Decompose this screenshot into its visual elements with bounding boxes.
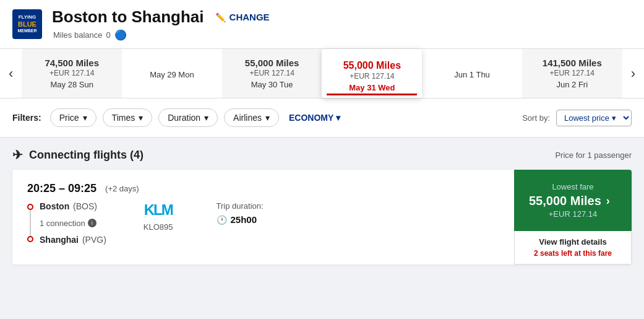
view-details-text[interactable]: View flight details [525, 237, 621, 247]
date-cell-2[interactable]: 55,000 Miles +EUR 127.14 May 30 Tue [222, 49, 322, 98]
fare-miles: 55,000 Miles › [529, 194, 617, 208]
chevron-down-icon-times: ▾ [139, 113, 143, 123]
active-underline [327, 94, 417, 95]
header: FLYING BLUE MEMBER Boston to Shanghai ✏️… [0, 0, 644, 49]
fare-top: Lowest fare 55,000 Miles › +EUR 127.14 [514, 170, 632, 231]
logo-line2: BLUE [18, 20, 36, 28]
eur-5: +EUR 127.14 [550, 69, 595, 77]
next-date-button[interactable]: › [622, 49, 644, 98]
duration-filter-button[interactable]: Duration ▾ [158, 108, 218, 127]
filters-label: Filters: [12, 113, 41, 123]
chevron-down-icon-economy: ▾ [336, 113, 340, 123]
change-button[interactable]: ✏️ CHANGE [215, 12, 270, 22]
flight-time-row: 20:25 – 09:25 (+2 days) [27, 182, 499, 195]
airlines-filter-button[interactable]: Airlines ▾ [224, 108, 279, 127]
sort-select[interactable]: Lowest price ▾ [556, 110, 632, 126]
miles-5: 141,500 Miles [543, 58, 602, 68]
origin-label: Boston (BOS) [40, 201, 106, 211]
fare-bottom: View flight details 2 seats left at this… [514, 231, 632, 264]
klm-logo: KLM [144, 201, 173, 219]
flight-times: 20:25 – 09:25 [27, 182, 97, 195]
pencil-icon: ✏️ [215, 12, 226, 22]
chevron-down-icon-duration: ▾ [204, 113, 208, 123]
date-label-1: May 29 Mon [150, 70, 194, 79]
duration-time: 🕐 25h00 [217, 214, 264, 225]
date-selector: ‹ 74,500 Miles +EUR 127.14 May 28 Sun Ma… [0, 49, 644, 98]
fare-eur: +EUR 127.14 [529, 209, 617, 219]
times-filter-button[interactable]: Times ▾ [103, 108, 153, 127]
prev-date-button[interactable]: ‹ [0, 49, 22, 98]
flight-info: 20:25 – 09:25 (+2 days) Boston (BOS) [12, 170, 514, 264]
eur-active: +EUR 127.14 [350, 72, 394, 81]
date-label-5: Jun 2 Fri [556, 80, 588, 89]
route-title: Boston to Shanghai [52, 7, 204, 27]
fare-label: Lowest fare [529, 182, 617, 191]
eur-2: +EUR 127.14 [249, 69, 294, 77]
flying-blue-logo: FLYING BLUE MEMBER [12, 9, 42, 39]
results: ✈ Connecting flights (4) Price for 1 pas… [0, 138, 644, 274]
date-cell-active[interactable]: 55,000 Miles +EUR 127.14 May 31 Wed [322, 49, 422, 98]
header-top: Boston to Shanghai ✏️ CHANGE [52, 7, 270, 27]
chevron-down-icon-airlines: ▾ [265, 113, 270, 123]
eur-0: +EUR 127.14 [49, 69, 94, 77]
date-label-0: May 28 Sun [51, 80, 93, 89]
date-cell-1[interactable]: May 29 Mon [122, 49, 222, 98]
destination-label: Shanghai (PVG) [40, 235, 106, 245]
dot-dest [27, 236, 33, 242]
date-label-active: May 31 Wed [349, 83, 395, 92]
date-cell-5[interactable]: 141,500 Miles +EUR 127.14 Jun 2 Fri [522, 49, 622, 98]
trip-duration: Trip duration: 🕐 25h00 [210, 201, 270, 225]
miles-active: 55,000 Miles [343, 60, 401, 71]
klm-icon: KLM [144, 201, 173, 219]
fare-card-right: Lowest fare 55,000 Miles › +EUR 127.14 V… [514, 170, 632, 264]
date-label-4: Jun 1 Thu [454, 70, 490, 79]
miles-icon: 🔵 [114, 29, 127, 41]
trip-duration-label: Trip duration: [217, 201, 264, 211]
plus-days: (+2 days) [105, 184, 139, 193]
plane-icon: ✈ [12, 147, 23, 162]
connection-info: 1 connection i [40, 219, 106, 228]
logo-line1: FLYING [19, 14, 36, 20]
miles-2: 55,000 Miles [245, 58, 299, 68]
price-per-passenger: Price for 1 passenger [555, 151, 632, 160]
filters-bar: Filters: Price ▾ Times ▾ Duration ▾ Airl… [0, 98, 644, 138]
price-filter-button[interactable]: Price ▾ [50, 108, 97, 127]
miles-0: 74,500 Miles [45, 58, 99, 68]
date-cell-0[interactable]: 74,500 Miles +EUR 127.14 May 28 Sun [22, 49, 122, 98]
date-cells: 74,500 Miles +EUR 127.14 May 28 Sun May … [22, 49, 622, 98]
results-header: ✈ Connecting flights (4) Price for 1 pas… [12, 147, 632, 162]
airline-section: KLM KLO895 [125, 201, 192, 232]
seats-warning: 2 seats left at this fare [525, 249, 621, 258]
chevron-down-icon: ▾ [83, 113, 87, 123]
miles-balance: Miles balance 0 🔵 [53, 29, 270, 41]
clock-icon: 🕐 [217, 215, 227, 225]
economy-class-button[interactable]: ECONOMY ▾ [289, 113, 340, 123]
route-column: Boston (BOS) 1 connection i Shanghai (PV… [27, 201, 106, 245]
logo-line3: MEMBER [17, 28, 36, 33]
airline-code: KLO895 [144, 222, 173, 232]
header-left: Boston to Shanghai ✏️ CHANGE Miles balan… [52, 7, 270, 41]
dot-origin [27, 204, 33, 210]
fare-arrow-icon: › [606, 194, 610, 208]
date-label-2: May 30 Tue [251, 80, 293, 89]
info-icon: i [88, 219, 97, 227]
connecting-flights-title: ✈ Connecting flights (4) [12, 147, 144, 162]
date-cell-4[interactable]: Jun 1 Thu [422, 49, 522, 98]
sort-label: Sort by: [522, 113, 550, 123]
flight-card: 20:25 – 09:25 (+2 days) Boston (BOS) [12, 170, 632, 264]
